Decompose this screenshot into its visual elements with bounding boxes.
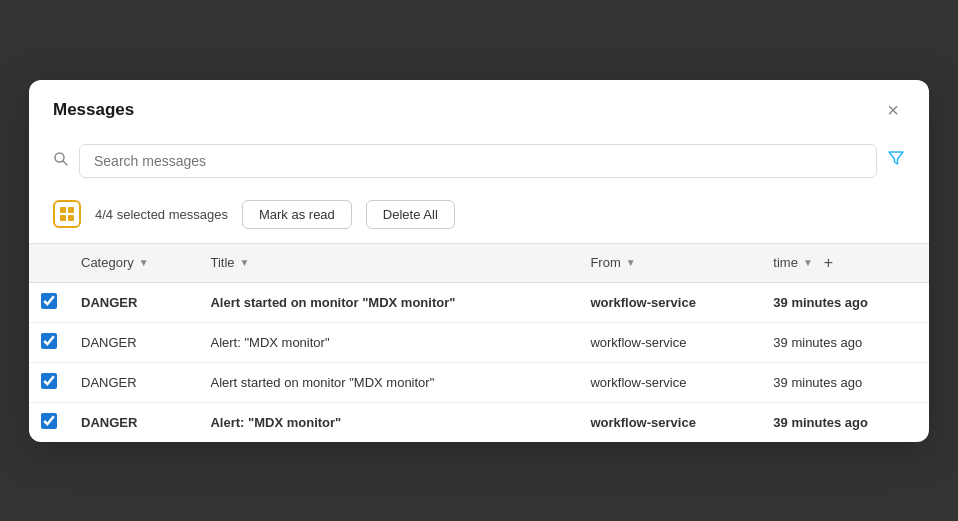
from-sort-icon: ▼ (626, 257, 636, 268)
cell-title: Alert: "MDX monitor" (198, 322, 578, 362)
cell-from: workflow-service (578, 282, 761, 322)
modal-header: Messages × (29, 80, 929, 136)
cell-title: Alert started on monitor "MDX monitor" (198, 362, 578, 402)
table-row: DANGERAlert started on monitor "MDX moni… (29, 362, 929, 402)
modal-title: Messages (53, 100, 134, 120)
time-sort-icon: ▼ (803, 257, 813, 268)
cell-title: Alert started on monitor "MDX monitor" (198, 282, 578, 322)
cell-time: 39 minutes ago (761, 362, 929, 402)
row-checkbox[interactable] (41, 373, 57, 389)
messages-modal: Messages × 4/4 selected messages Mark as… (29, 80, 929, 442)
th-title[interactable]: Title ▼ (198, 244, 578, 283)
th-time[interactable]: time ▼ + (761, 244, 929, 283)
cell-category: DANGER (69, 322, 198, 362)
cell-time: 39 minutes ago (761, 322, 929, 362)
delete-all-button[interactable]: Delete All (366, 200, 455, 229)
cell-from: workflow-service (578, 322, 761, 362)
select-all-icon[interactable] (53, 200, 81, 228)
cell-title: Alert: "MDX monitor" (198, 402, 578, 442)
row-checkbox[interactable] (41, 413, 57, 429)
cell-category: DANGER (69, 362, 198, 402)
category-sort-icon: ▼ (139, 257, 149, 268)
th-category[interactable]: Category ▼ (69, 244, 198, 283)
svg-marker-2 (889, 152, 903, 164)
search-icon (53, 151, 69, 171)
close-button[interactable]: × (881, 98, 905, 122)
add-column-button[interactable]: + (818, 254, 839, 272)
cell-time: 39 minutes ago (761, 402, 929, 442)
toolbar-row: 4/4 selected messages Mark as read Delet… (29, 192, 929, 243)
th-checkbox (29, 244, 69, 283)
search-row (29, 136, 929, 192)
filter-icon[interactable] (887, 149, 905, 172)
table-body: DANGERAlert started on monitor "MDX moni… (29, 282, 929, 442)
cell-category: DANGER (69, 282, 198, 322)
cell-from: workflow-service (578, 402, 761, 442)
table-row: DANGERAlert started on monitor "MDX moni… (29, 282, 929, 322)
table-row: DANGERAlert: "MDX monitor"workflow-servi… (29, 322, 929, 362)
title-sort-icon: ▼ (240, 257, 250, 268)
search-input[interactable] (79, 144, 877, 178)
table-row: DANGERAlert: "MDX monitor"workflow-servi… (29, 402, 929, 442)
cell-from: workflow-service (578, 362, 761, 402)
mark-as-read-button[interactable]: Mark as read (242, 200, 352, 229)
messages-table: Category ▼ Title ▼ From ▼ (29, 244, 929, 442)
th-from[interactable]: From ▼ (578, 244, 761, 283)
row-checkbox[interactable] (41, 333, 57, 349)
svg-line-1 (63, 161, 67, 165)
messages-table-wrap: Category ▼ Title ▼ From ▼ (29, 243, 929, 442)
row-checkbox[interactable] (41, 293, 57, 309)
cell-category: DANGER (69, 402, 198, 442)
cell-time: 39 minutes ago (761, 282, 929, 322)
table-header: Category ▼ Title ▼ From ▼ (29, 244, 929, 283)
selected-count-label: 4/4 selected messages (95, 207, 228, 222)
